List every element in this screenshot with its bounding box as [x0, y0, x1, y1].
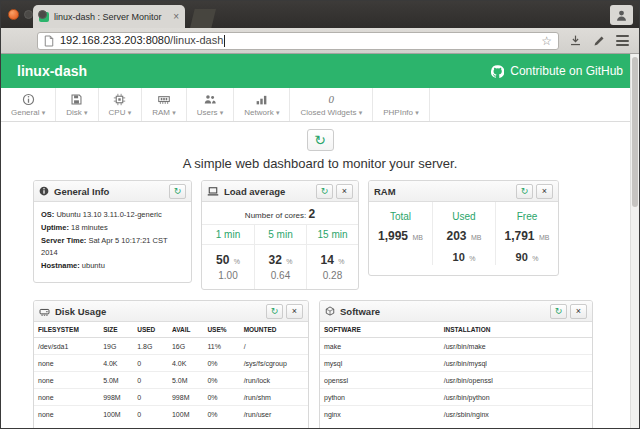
toolbar-item-label: CPU: [109, 108, 126, 117]
cores-value: 2: [308, 207, 315, 221]
table-header-row: SOFTWARE INSTALLATION: [320, 322, 592, 338]
dashboard-content: ↻ A simple web dashboard to monitor your…: [1, 122, 639, 428]
browser-navbar: 192.168.233.203:8080/linux-dash ☆: [1, 28, 639, 54]
widget-row-1: General Info ↻ OS: Ubuntu 13.10 3.11.0-1…: [33, 180, 639, 290]
info-field: Hostname: ubuntu: [41, 260, 184, 273]
ram-icon: [157, 93, 171, 107]
widget-refresh-button[interactable]: ↻: [266, 304, 283, 319]
widget-header: RAM ↻ ×: [369, 181, 558, 202]
tab-close-icon[interactable]: ×: [173, 12, 179, 22]
toolbar-item-phpinfo[interactable]: PHPInfo ▾: [373, 88, 430, 121]
site-header: linux-dash Contribute on GitHub: [1, 54, 639, 88]
table-row: none998M0998M0%/run/shm: [34, 389, 308, 406]
table-row: mysql/usr/bin/mysql: [320, 355, 592, 372]
chevron-down-icon: ▾: [42, 109, 46, 116]
disk-usage-table: FILESYSTEM SIZE USED AVAIL USE% MOUNTED …: [34, 322, 308, 422]
refresh-all-button[interactable]: ↻: [307, 129, 334, 151]
new-tab-button[interactable]: [190, 9, 216, 28]
url-text: 192.168.233.203:8080/linux-dash: [60, 34, 225, 47]
chevron-down-icon: ▾: [172, 109, 176, 116]
toolbar-item-label: Closed Widgets: [300, 108, 356, 117]
person-icon: [615, 9, 628, 22]
widget-close-button[interactable]: ×: [336, 184, 353, 199]
scrollbar-thumb[interactable]: [632, 57, 638, 207]
toolbar-item-general[interactable]: General ▾: [1, 88, 56, 121]
widget-row-2: Disk Usage ↻ × FILESYSTEM SIZE USED: [33, 300, 639, 428]
contribute-link[interactable]: Contribute on GitHub: [491, 64, 623, 78]
page-icon: [44, 35, 54, 47]
load-columns: 1 min 50 % 1.00 5 min 32 % 0.64 15 min 1…: [202, 224, 358, 289]
widget-header: Load average ↻ ×: [202, 181, 358, 202]
widget-refresh-button[interactable]: ↻: [550, 304, 567, 319]
disk-icon: [70, 93, 83, 107]
chevron-down-icon: ▾: [359, 109, 363, 116]
toolbar-item-disk[interactable]: Disk ▾: [56, 88, 98, 121]
menu-icon[interactable]: [616, 35, 629, 46]
widget-header: General Info ↻: [34, 181, 191, 202]
toolbar-item-label: PHPInfo: [383, 108, 413, 117]
navbar-actions: [569, 34, 629, 47]
table-row: openssl/usr/bin/openssl: [320, 372, 592, 389]
contribute-label: Contribute on GitHub: [510, 64, 623, 78]
window-minimize-button[interactable]: [24, 10, 33, 19]
toolbar-item-label: General: [11, 108, 39, 117]
table-row: nginx/usr/sbin/nginx: [320, 406, 592, 423]
chevron-down-icon: ▾: [276, 109, 280, 116]
widget-title: RAM: [374, 186, 396, 197]
toolbar-item-network[interactable]: Network ▾: [234, 88, 290, 121]
users-icon: [203, 93, 217, 107]
tagline: A simple web dashboard to monitor your s…: [1, 156, 639, 171]
url-path: /linux-dash: [170, 34, 223, 46]
bookmark-star-icon[interactable]: ☆: [541, 35, 552, 47]
closed-widgets-count: 0: [329, 93, 335, 107]
info-icon: [22, 93, 35, 107]
toolbar-item-label: RAM: [152, 108, 170, 117]
widget-refresh-button[interactable]: ↻: [169, 184, 186, 199]
table-row: none5.0M05.0M0%/run/lock: [34, 372, 308, 389]
network-icon: [255, 93, 268, 107]
page-viewport: linux-dash Contribute on GitHub General …: [1, 54, 639, 428]
software-table: SOFTWARE INSTALLATION make/usr/bin/make …: [320, 322, 592, 422]
widget-close-button[interactable]: ×: [536, 184, 553, 199]
toolbar-item-ram[interactable]: RAM ▾: [142, 88, 187, 121]
download-icon[interactable]: [569, 34, 582, 47]
widget-close-button[interactable]: ×: [286, 304, 303, 319]
laptop-icon: [207, 186, 219, 197]
general-info-body: OS: Ubuntu 13.10 3.11.0-12-generic Uptim…: [34, 202, 191, 282]
widget-toolbar: General ▾ Disk ▾ CPU ▾ RAM ▾ Users ▾ Net…: [1, 88, 639, 122]
edit-icon[interactable]: [593, 35, 605, 47]
load-col-5min: 5 min 32 % 0.64: [254, 225, 306, 289]
url-input[interactable]: 192.168.233.203:8080/linux-dash ☆: [37, 32, 559, 50]
load-col-15min: 15 min 14 % 0.28: [306, 225, 358, 289]
browser-tab[interactable]: linux-dash : Server Monitor ×: [33, 5, 185, 28]
tab-title: linux-dash : Server Monitor: [54, 12, 170, 22]
widget-refresh-button[interactable]: ↻: [316, 184, 333, 199]
page-scrollbar[interactable]: [630, 54, 639, 428]
widget-load-average: Load average ↻ × Number of cores: 2 1 mi…: [201, 180, 359, 290]
toolbar-item-users[interactable]: Users ▾: [187, 88, 235, 121]
window-close-button[interactable]: [8, 9, 19, 20]
profile-avatar-button[interactable]: [610, 5, 633, 25]
info-circle-icon: [39, 186, 49, 196]
widget-title: Software: [340, 306, 380, 317]
load-col-1min: 1 min 50 % 1.00: [202, 225, 254, 289]
chevron-down-icon: ▾: [128, 109, 132, 116]
cpu-icon: [113, 93, 126, 107]
toolbar-item-closed-widgets[interactable]: 0 Closed Widgets ▾: [290, 88, 373, 121]
widget-general-info: General Info ↻ OS: Ubuntu 13.10 3.11.0-1…: [33, 180, 192, 283]
toolbar-item-label: Disk: [66, 108, 82, 117]
toolbar-item-cpu[interactable]: CPU ▾: [99, 88, 143, 121]
widget-close-button[interactable]: ×: [570, 304, 587, 319]
widget-header: Software ↻ ×: [320, 301, 592, 322]
ram-col-used: Used 203 MB 10 %: [432, 202, 495, 265]
window-maximize-button[interactable]: [38, 10, 47, 19]
browser-titlebar: linux-dash : Server Monitor ×: [1, 1, 639, 28]
chevron-down-icon: ▾: [415, 109, 419, 116]
info-field: Server Time: Sat Apr 5 10:17:21 CST 2014: [41, 235, 184, 261]
widget-title: Load average: [224, 186, 285, 197]
widget-refresh-button[interactable]: ↻: [516, 184, 533, 199]
widget-software: Software ↻ × SOFTWARE INSTALLATION: [319, 300, 593, 428]
ram-columns: Total 1,995 MB Used 203 MB 10 % Free 1,7…: [369, 202, 558, 275]
widget-ram: RAM ↻ × Total 1,995 MB Used: [368, 180, 559, 276]
site-brand: linux-dash: [17, 63, 87, 79]
